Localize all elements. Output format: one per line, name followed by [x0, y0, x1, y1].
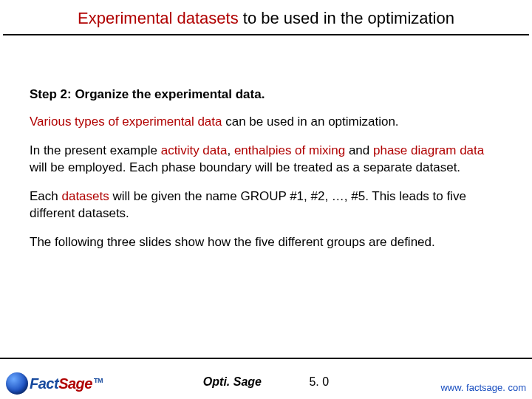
- logo-tm: TM: [94, 377, 103, 384]
- factsage-logo: FactSageTM: [6, 372, 103, 395]
- product-name: Opti. Sage: [203, 375, 262, 388]
- p1-rest: can be used in an optimization.: [222, 115, 399, 129]
- slide: Experimental datasets to be used in the …: [0, 0, 532, 399]
- page-number: 5. 0: [309, 375, 329, 388]
- paragraph-4: The following three slides show how the …: [30, 234, 502, 251]
- paragraph-1: Various types of experimental data can b…: [30, 114, 502, 131]
- paragraph-3: Each datasets will be given the name GRO…: [30, 188, 502, 222]
- footer-center: Opti. Sage 5. 0: [203, 375, 329, 389]
- paragraph-2: In the present example activity data, en…: [30, 143, 502, 177]
- title-rest: to be used in the optimization: [239, 9, 454, 27]
- step-heading: Step 2: Organize the experimental data.: [30, 87, 502, 102]
- logo-fact: Fact: [30, 375, 58, 392]
- slide-title: Experimental datasets to be used in the …: [0, 0, 532, 34]
- logo-sage: Sage: [58, 375, 92, 392]
- p2-enthalpies: enthalpies of mixing: [234, 143, 345, 157]
- footer-inner: FactSageTM Opti. Sage 5. 0 www. factsage…: [0, 359, 532, 399]
- footer: FactSageTM Opti. Sage 5. 0 www. factsage…: [0, 358, 532, 399]
- p2-c: and: [345, 143, 373, 157]
- p2-d: will be employed. Each phase boundary wi…: [30, 160, 460, 174]
- p1-highlight: Various types of experimental data: [30, 115, 222, 129]
- p2-a: In the present example: [30, 143, 161, 157]
- p2-phase: phase diagram data: [373, 143, 484, 157]
- p3-a: Each: [30, 189, 61, 203]
- p3-datasets: datasets: [61, 189, 109, 203]
- logo-text: FactSageTM: [30, 375, 103, 392]
- globe-icon: [6, 372, 28, 395]
- p2-b: ,: [227, 143, 233, 157]
- footer-url: www. factsage. com: [440, 382, 526, 393]
- slide-body: Step 2: Organize the experimental data. …: [0, 35, 532, 251]
- title-highlight: Experimental datasets: [78, 9, 239, 27]
- p2-activity: activity data: [161, 143, 228, 157]
